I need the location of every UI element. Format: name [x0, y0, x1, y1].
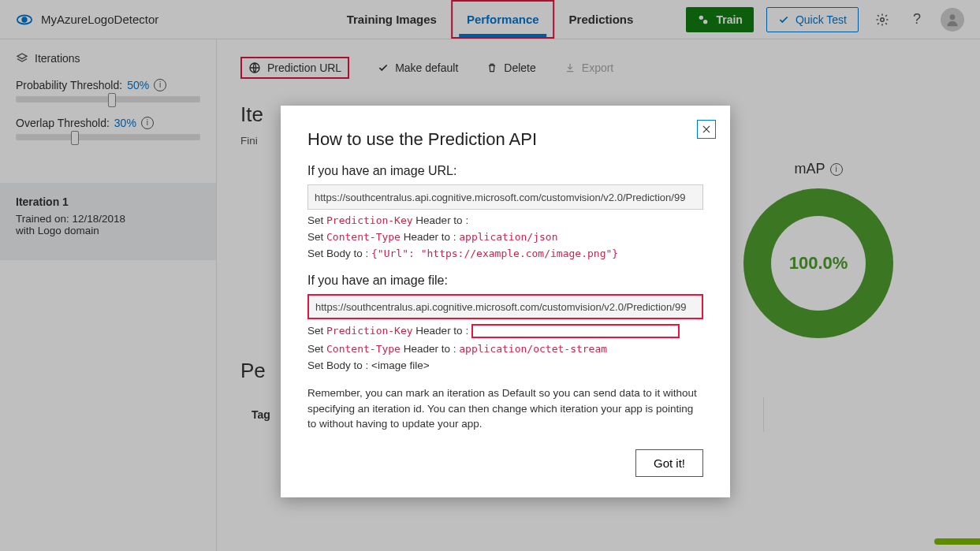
modal-note: Remember, you can mark an iteration as D… — [307, 385, 703, 432]
modal-sub-file: If you have an image file: — [307, 274, 703, 288]
line-body-1: Set Body to : {"Url": "https://example.c… — [307, 248, 703, 259]
close-button[interactable] — [697, 120, 716, 139]
line-ct-1: Set Content-Type Header to : application… — [307, 231, 703, 243]
prediction-key-redacted — [471, 324, 680, 338]
got-it-button[interactable]: Got it! — [635, 449, 703, 477]
prediction-url-modal: How to use the Prediction API If you hav… — [281, 106, 730, 497]
modal-title: How to use the Prediction API — [307, 129, 703, 150]
modal-footer: Got it! — [307, 449, 703, 477]
url-1-text: https://southcentralus.api.cognitive.mic… — [315, 192, 685, 203]
line-pk-2: Set Prediction-Key Header to : — [307, 324, 703, 338]
modal-sub-url: If you have an image URL: — [307, 164, 703, 178]
line-body-2: Set Body to : <image file> — [307, 359, 703, 371]
line-ct-2: Set Content-Type Header to : application… — [307, 343, 703, 355]
url-2-text: https://southcentralus.api.cognitive.mic… — [315, 301, 686, 313]
url-box-2[interactable]: https://southcentralus.api.cognitive.mic… — [307, 294, 703, 319]
url-box-1[interactable]: https://southcentralus.api.cognitive.mic… — [307, 184, 703, 210]
line-pk-1: Set Prediction-Key Header to : — [307, 214, 703, 226]
